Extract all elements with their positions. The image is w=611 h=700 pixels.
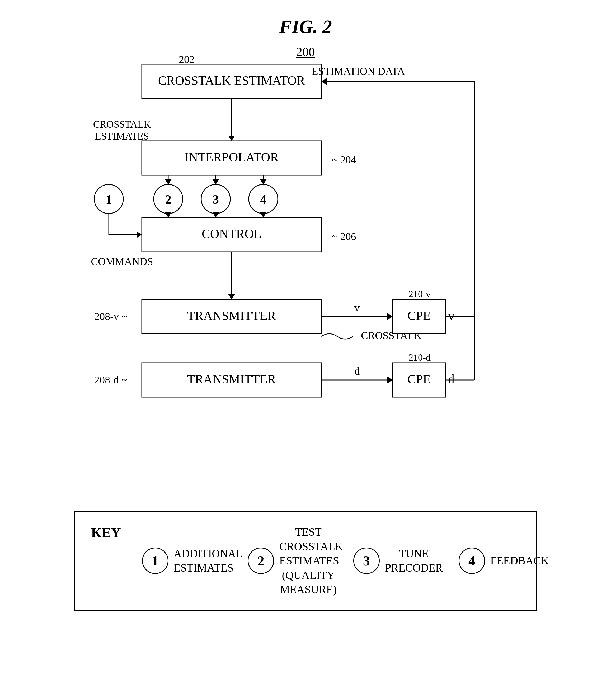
figure-title: FIG. 2 [279, 16, 332, 38]
key-item-1: 1 ADDITIONALESTIMATES [142, 546, 232, 575]
estimation-data-arrowhead [321, 78, 327, 85]
commands-label: COMMANDS [91, 256, 153, 267]
svg-marker-10 [387, 313, 393, 320]
svg-marker-8 [260, 212, 267, 218]
key-circle-3: 3 [353, 548, 380, 574]
svg-marker-3 [260, 179, 267, 185]
label-202: 202 [179, 53, 195, 65]
svg-marker-7 [212, 212, 219, 218]
cpe-v-label: CPE [407, 309, 431, 323]
key-circle-2: 2 [248, 548, 274, 574]
circle-1-label: 1 [106, 192, 112, 206]
control-label: CONTROL [202, 227, 262, 241]
crosstalk-estimator-label: CROSSTALK ESTIMATOR [158, 73, 305, 87]
signal-d-label: d [354, 365, 360, 377]
svg-marker-9 [228, 294, 235, 300]
key-desc-3: TUNEPRECODER [385, 546, 443, 575]
label-210-d: 210-d [408, 352, 431, 363]
est-to-interp-arrowhead [228, 135, 235, 141]
transmitter-v-label: TRANSMITTER [187, 309, 276, 323]
cpe-d-signal: d [448, 372, 454, 386]
page: FIG. 2 200 CROSSTALK ESTIMATOR 202 ESTIM… [42, 16, 569, 611]
estimation-data-label: ESTIMATION DATA [312, 65, 405, 77]
key-items: 1 ADDITIONALESTIMATES 2 TESTCROSSTALKEST… [142, 525, 548, 597]
crosstalk-estimates-label-1: CROSSTALK [93, 119, 151, 130]
svg-marker-1 [165, 179, 172, 185]
key-item-3: 3 TUNEPRECODER [353, 546, 443, 575]
label-208-d: 208-d ~ [94, 374, 127, 386]
svg-marker-2 [212, 179, 219, 185]
key-circle-1: 1 [142, 548, 168, 574]
key-desc-1: ADDITIONALESTIMATES [174, 546, 232, 575]
key-box: KEY 1 ADDITIONALESTIMATES 2 TESTCROSSTAL… [74, 511, 537, 611]
main-diagram: 200 CROSSTALK ESTIMATOR 202 ESTIMATION D… [68, 46, 543, 495]
label-206: ~ 206 [332, 230, 356, 242]
crosstalk-estimates-label-2: ESTIMATES [95, 131, 149, 142]
signal-v-label: v [354, 302, 360, 313]
circle-3-label: 3 [212, 192, 219, 206]
key-circle-4: 4 [459, 548, 485, 574]
svg-marker-6 [165, 212, 172, 218]
label-204: ~ 204 [332, 154, 356, 166]
circle-2-label: 2 [165, 192, 172, 206]
cpe-v-signal: v [448, 309, 454, 323]
key-label: KEY [91, 525, 121, 540]
label-210-v: 210-v [408, 289, 431, 300]
key-desc-2: TESTCROSSTALKESTIMATES(QUALITYMEASURE) [279, 525, 338, 597]
key-desc-4: FEEDBACK [490, 554, 548, 568]
label-208-v: 208-v ~ [94, 310, 127, 322]
cpe-d-label: CPE [407, 372, 431, 386]
svg-marker-5 [136, 231, 142, 238]
key-item-4: 4 FEEDBACK [459, 548, 548, 574]
key-item-2: 2 TESTCROSSTALKESTIMATES(QUALITYMEASURE) [248, 525, 338, 597]
transmitter-d-label: TRANSMITTER [187, 372, 276, 386]
interpolator-label: INTERPOLATOR [184, 150, 279, 164]
svg-marker-11 [387, 377, 393, 383]
diagram-number: 200 [296, 46, 315, 59]
circle-4-label: 4 [260, 192, 266, 206]
crosstalk-squiggle [321, 334, 353, 339]
diagram-area: 200 CROSSTALK ESTIMATOR 202 ESTIMATION D… [42, 46, 569, 611]
